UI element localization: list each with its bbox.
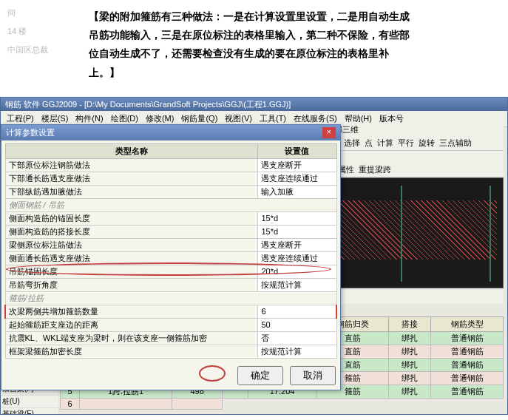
menu-component[interactable]: 构件(N) <box>72 112 106 125</box>
calc-param-dialog: 计算参数设置 × 类型名称设置值 下部原位标注钢筋做法遇支座断开 下部通长筋遇支… <box>1 124 341 390</box>
annotation-text: 【梁的附加箍筋有三种做法：一是在计算设置里设置，二是用自动生成吊筋功能输入，三是… <box>0 0 508 89</box>
menu-rebar[interactable]: 钢筋量(Q) <box>178 112 220 125</box>
menu-draw[interactable]: 绘图(D) <box>108 112 141 125</box>
menu-project[interactable]: 工程(P) <box>4 112 37 125</box>
param-row-2[interactable]: 下部通长筋遇支座做法遇支座连续通过 <box>5 172 336 185</box>
toolbar-row-5: 选择 点 计算 平行 旋转 三点辅助 <box>341 136 504 151</box>
title-bar: 钢筋 软件 GGJ2009 - [D:\My Documents\GrandSo… <box>1 98 507 111</box>
dialog-title-text: 计算参数设置 <box>6 127 55 138</box>
tb-parallel[interactable]: 平行 <box>398 138 414 149</box>
param-row-s2-4[interactable]: 框架梁箍筋加密长度按规范计算 <box>5 345 336 358</box>
param-row-s2-2[interactable]: 起始箍筋距支座边的距离50 <box>5 318 336 331</box>
tree-item-4[interactable]: 桩(U) <box>1 396 58 408</box>
tree-item-5[interactable]: 基础梁(F) <box>1 408 58 415</box>
meta-1: 间 <box>7 7 48 18</box>
tb-respan[interactable]: 重提梁跨 <box>359 164 391 175</box>
param-section-2: 箍筋/拉筋 <box>5 291 336 305</box>
param-section-1: 侧面钢筋 / 吊筋 <box>5 198 336 211</box>
col-lap[interactable]: 搭接 <box>388 316 430 331</box>
param-col-value: 设置值 <box>258 143 336 158</box>
param-row-3[interactable]: 下部纵筋遇加腋做法输入加腋 <box>5 185 336 198</box>
param-table[interactable]: 类型名称设置值 下部原位标注钢筋做法遇支座断开 下部通长筋遇支座做法遇支座连续通… <box>4 143 337 359</box>
tb-point[interactable]: 点 <box>365 138 373 149</box>
menu-floor[interactable]: 楼层(S) <box>38 112 72 125</box>
rowlbl-6[interactable]: 6 <box>61 398 223 409</box>
param-row-s1-6[interactable]: 吊筋弯折角度按规范计算 <box>5 278 336 291</box>
tb-rotate[interactable]: 旋转 <box>419 138 435 149</box>
param-row-1[interactable]: 下部原位标注钢筋做法遇支座断开 <box>5 158 336 172</box>
param-row-s1-4[interactable]: 侧面通长筋遇支座做法遇支座连续通过 <box>5 251 336 265</box>
col-type[interactable]: 钢筋类型 <box>431 316 504 331</box>
param-row-s2-3[interactable]: 抗震KL、WKL端支座为梁时，则在该支座一侧箍筋加密否 <box>5 331 336 345</box>
param-row-stirrup-count[interactable]: 次梁两侧共增加箍筋数量6 <box>5 305 336 318</box>
meta-2: 14 楼 <box>7 26 48 37</box>
param-row-s1-3[interactable]: 梁侧原位标注筋做法遇支座断开 <box>5 238 336 251</box>
tb-calc[interactable]: 计算 <box>377 138 393 149</box>
param-row-s1-2[interactable]: 侧面构造筋的搭接长度15*d <box>5 225 336 238</box>
param-row-s1-5[interactable]: 吊筋锚固长度20*d <box>5 265 336 278</box>
menu-modify[interactable]: 修改(M) <box>143 112 177 125</box>
tb-select[interactable]: 选择 <box>344 138 360 149</box>
app-window: 钢筋 软件 GGJ2009 - [D:\My Documents\GrandSo… <box>0 97 508 415</box>
param-row-s1-1[interactable]: 侧面构造筋的锚固长度15*d <box>5 211 336 225</box>
ok-button[interactable]: 确定 <box>237 366 283 385</box>
cancel-button[interactable]: 取消 <box>290 366 336 385</box>
tb-3pt[interactable]: 三点辅助 <box>439 138 472 149</box>
meta-3: 中国区总裁 <box>7 44 48 55</box>
param-col-name: 类型名称 <box>5 143 258 158</box>
dialog-close-button[interactable]: × <box>322 127 336 138</box>
